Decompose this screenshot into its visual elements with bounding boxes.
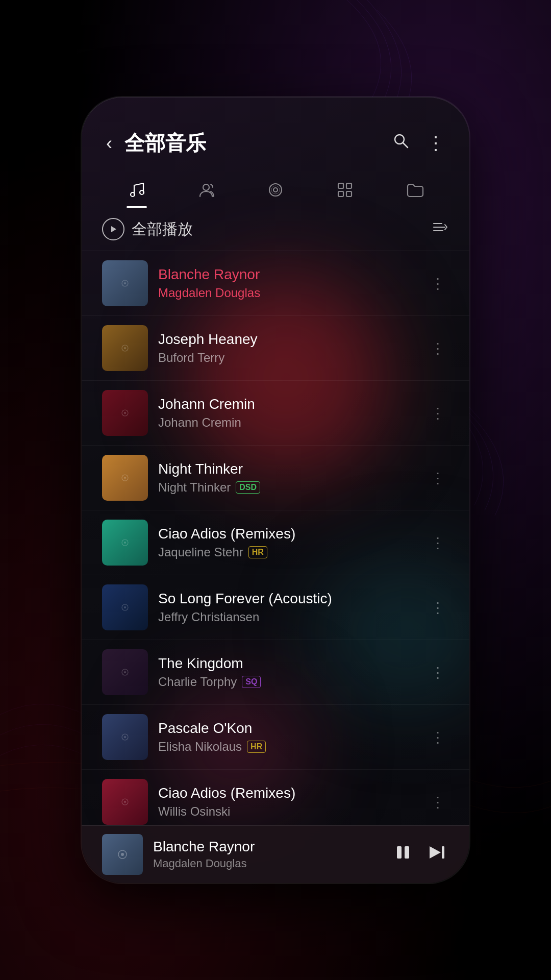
sort-icon[interactable] — [432, 218, 449, 240]
song-title: Night Thinker — [158, 461, 416, 477]
svg-point-31 — [124, 736, 126, 738]
song-more-button[interactable]: ⋮ — [427, 530, 449, 555]
song-item[interactable]: Night Thinker Night Thinker DSD ⋮ — [82, 446, 469, 510]
screen: ‹ 全部音乐 ⋮ — [82, 97, 469, 883]
song-title: Blanche Raynor — [158, 266, 416, 283]
song-info: Pascale O'Kon Elisha Nikolaus HR — [158, 720, 416, 754]
play-all-label: 全部播放 — [132, 219, 193, 240]
song-thumbnail — [102, 260, 148, 306]
song-artist-row: Johann Cremin — [158, 415, 416, 430]
tab-albums[interactable] — [241, 174, 310, 208]
song-more-button[interactable]: ⋮ — [427, 271, 449, 296]
song-item[interactable]: Blanche Raynor Magdalen Douglas ⋮ — [82, 251, 469, 316]
svg-marker-12 — [111, 226, 116, 232]
song-list: Blanche Raynor Magdalen Douglas ⋮ Joseph… — [82, 251, 469, 825]
song-title: Ciao Adios (Remixes) — [158, 526, 416, 542]
song-artist-row: Willis Osinski — [158, 804, 416, 819]
header: ‹ 全部音乐 ⋮ — [82, 97, 469, 169]
song-info: Ciao Adios (Remixes) Willis Osinski — [158, 785, 416, 819]
svg-point-35 — [121, 853, 124, 856]
tab-bar — [82, 169, 469, 208]
song-more-button[interactable]: ⋮ — [427, 401, 449, 426]
quality-badge: DSD — [236, 481, 260, 494]
song-more-button[interactable]: ⋮ — [427, 790, 449, 815]
now-playing-info: Blanche Raynor Magdalen Douglas — [153, 839, 382, 870]
song-info: Ciao Adios (Remixes) Jaqueline Stehr HR — [158, 526, 416, 559]
quality-badge: HR — [248, 546, 267, 558]
song-artist: Magdalen Douglas — [158, 286, 260, 300]
pause-button[interactable] — [392, 841, 414, 868]
song-title: Johann Cremin — [158, 396, 416, 412]
song-artist-row: Night Thinker DSD — [158, 480, 416, 495]
song-thumbnail — [102, 779, 148, 825]
song-more-button[interactable]: ⋮ — [427, 725, 449, 750]
song-more-button[interactable]: ⋮ — [427, 595, 449, 620]
song-item[interactable]: Ciao Adios (Remixes) Jaqueline Stehr HR … — [82, 510, 469, 575]
song-info: The Kingdom Charlie Torphy SQ — [158, 655, 416, 689]
song-artist: Willis Osinski — [158, 804, 230, 819]
song-artist-row: Magdalen Douglas — [158, 286, 416, 300]
now-playing-thumbnail — [102, 834, 143, 875]
next-button[interactable] — [427, 841, 449, 868]
song-artist: Buford Terry — [158, 351, 224, 365]
tab-folders[interactable] — [380, 174, 449, 208]
song-info: Joseph Heaney Buford Terry — [158, 331, 416, 365]
svg-marker-38 — [430, 846, 441, 859]
playback-controls — [392, 841, 449, 868]
svg-point-23 — [124, 477, 126, 479]
song-thumbnail — [102, 649, 148, 695]
svg-point-27 — [124, 606, 126, 608]
svg-rect-8 — [338, 183, 343, 188]
song-artist: Charlie Torphy — [158, 675, 237, 689]
song-artist: Johann Cremin — [158, 415, 241, 430]
svg-rect-36 — [397, 846, 402, 859]
svg-point-33 — [124, 801, 126, 803]
svg-rect-39 — [442, 846, 444, 859]
song-artist-row: Jaqueline Stehr HR — [158, 545, 416, 559]
song-artist: Jaqueline Stehr — [158, 545, 243, 559]
song-thumbnail — [102, 325, 148, 371]
song-artist-row: Elisha Nikolaus HR — [158, 740, 416, 754]
phone-shell: ‹ 全部音乐 ⋮ — [82, 97, 469, 883]
song-item[interactable]: So Long Forever (Acoustic) Jeffry Christ… — [82, 575, 469, 640]
song-artist-row: Buford Terry — [158, 351, 416, 365]
song-item[interactable]: Pascale O'Kon Elisha Nikolaus HR ⋮ — [82, 705, 469, 770]
svg-rect-11 — [346, 191, 352, 197]
song-more-button[interactable]: ⋮ — [427, 336, 449, 361]
tab-playlists[interactable] — [310, 174, 380, 208]
play-all-circle-icon — [102, 218, 124, 240]
song-title: Joseph Heaney — [158, 331, 416, 348]
search-icon[interactable] — [388, 128, 414, 159]
svg-point-7 — [271, 186, 280, 194]
song-item[interactable]: The Kingdom Charlie Torphy SQ ⋮ — [82, 640, 469, 705]
song-info: Night Thinker Night Thinker DSD — [158, 461, 416, 495]
svg-point-4 — [203, 184, 209, 190]
song-title: Pascale O'Kon — [158, 720, 416, 737]
song-item[interactable]: Johann Cremin Johann Cremin ⋮ — [82, 381, 469, 446]
song-thumbnail — [102, 455, 148, 501]
song-artist-row: Jeffry Christiansen — [158, 610, 416, 624]
svg-point-17 — [124, 282, 126, 284]
song-more-button[interactable]: ⋮ — [427, 465, 449, 491]
tab-songs[interactable] — [102, 174, 171, 208]
play-all-button[interactable]: 全部播放 — [102, 218, 193, 240]
song-more-button[interactable]: ⋮ — [427, 660, 449, 685]
song-info: Johann Cremin Johann Cremin — [158, 396, 416, 430]
more-menu-icon[interactable]: ⋮ — [422, 129, 449, 158]
back-button[interactable]: ‹ — [102, 129, 116, 158]
svg-point-6 — [273, 188, 278, 192]
song-item[interactable]: Ciao Adios (Remixes) Willis Osinski ⋮ — [82, 770, 469, 825]
svg-point-19 — [124, 347, 126, 349]
song-thumbnail — [102, 390, 148, 436]
svg-point-21 — [124, 412, 126, 414]
song-artist: Night Thinker — [158, 480, 231, 495]
now-playing-bar: Blanche Raynor Magdalen Douglas — [82, 825, 469, 883]
tab-active-indicator — [127, 206, 147, 208]
tab-artists[interactable] — [171, 174, 241, 208]
now-playing-artist: Magdalen Douglas — [153, 857, 382, 870]
page-title: 全部音乐 — [124, 129, 380, 157]
svg-point-29 — [124, 671, 126, 673]
song-info: Blanche Raynor Magdalen Douglas — [158, 266, 416, 300]
song-thumbnail — [102, 520, 148, 566]
song-item[interactable]: Joseph Heaney Buford Terry ⋮ — [82, 316, 469, 381]
